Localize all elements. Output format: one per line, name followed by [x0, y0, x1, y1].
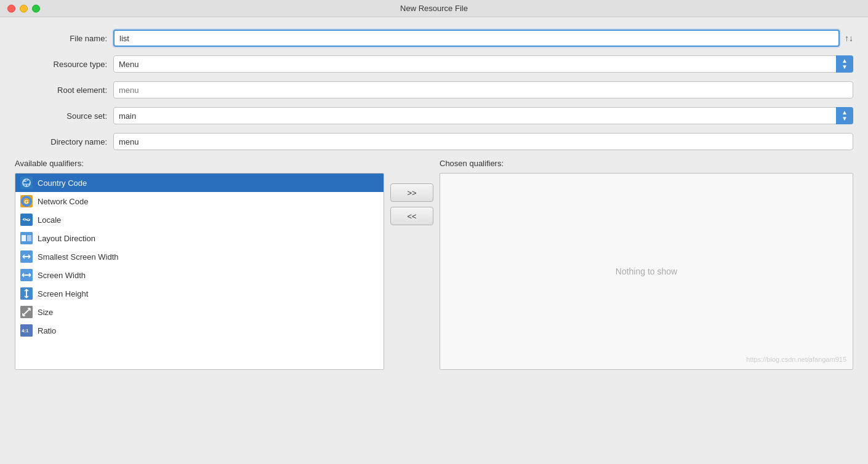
screen-height-label: Screen Height: [38, 289, 88, 298]
ratio-label: Ratio: [38, 326, 56, 335]
screen-width-label: Screen Width: [38, 271, 86, 280]
svg-rect-7: [27, 235, 31, 241]
ratio-icon: 4:1: [20, 324, 33, 337]
chosen-qualifiers-col: Chosen qualifiers: Nothing to show https…: [440, 159, 853, 370]
smallest-screen-width-label: Smallest Screen Width: [38, 252, 119, 262]
transfer-buttons-col: >> <<: [384, 159, 440, 225]
directory-name-label: Directory name:: [15, 137, 113, 146]
qualifier-item-smallest-screen-width[interactable]: Smallest Screen Width: [15, 247, 384, 266]
source-set-row: Source set: main test androidTest ▲▼: [15, 107, 853, 124]
maximize-button[interactable]: [32, 4, 40, 12]
file-name-row: File name: ↑↓: [15, 30, 853, 47]
screen-height-icon: [20, 287, 33, 300]
resource-type-select[interactable]: Menu Layout Values Drawable Mipmap Anim …: [113, 55, 853, 73]
qualifier-item-size[interactable]: Size: [15, 303, 384, 321]
qualifier-item-screen-height[interactable]: Screen Height: [15, 284, 384, 303]
qualifiers-row: Available qualifiers: Country Code G: [15, 159, 853, 370]
source-set-wrap: main test androidTest ▲▼: [113, 107, 853, 124]
available-qualifiers-label: Available qualifiers:: [15, 159, 384, 168]
layout-direction-icon: [20, 232, 33, 244]
file-name-label: File name:: [15, 34, 113, 43]
root-element-input[interactable]: [113, 81, 853, 98]
minimize-button[interactable]: [20, 4, 28, 12]
country-code-icon: [20, 177, 33, 189]
resource-type-wrap: Menu Layout Values Drawable Mipmap Anim …: [113, 55, 853, 73]
directory-name-row: Directory name:: [15, 133, 853, 150]
svg-rect-6: [22, 235, 26, 241]
screen-width-icon: [20, 269, 33, 281]
traffic-lights: [7, 4, 40, 12]
locale-icon: [20, 214, 33, 226]
root-element-label: Root element:: [15, 86, 113, 95]
network-code-label: Network Code: [38, 197, 88, 206]
qualifier-item-locale[interactable]: Locale: [15, 210, 384, 229]
qualifier-item-layout-direction[interactable]: Layout Direction: [15, 229, 384, 247]
size-label: Size: [38, 308, 53, 317]
svg-text:4:1: 4:1: [22, 328, 29, 334]
available-qualifier-list: Country Code G Network Code: [15, 173, 384, 370]
locale-label: Locale: [38, 215, 61, 225]
svg-text:G: G: [24, 199, 28, 205]
network-code-icon: G: [20, 195, 33, 207]
resource-type-row: Resource type: Menu Layout Values Drawab…: [15, 55, 853, 73]
qualifier-item-screen-width[interactable]: Screen Width: [15, 266, 384, 284]
resource-type-label: Resource type:: [15, 60, 113, 69]
layout-direction-label: Layout Direction: [38, 234, 95, 243]
title-bar: New Resource File: [0, 0, 868, 17]
watermark-text: https://blog.csdn.net/afangam915: [746, 356, 846, 363]
dialog-body: File name: ↑↓ Resource type: Menu Layout…: [0, 17, 868, 382]
available-qualifiers-col: Available qualifiers: Country Code G: [15, 159, 384, 370]
source-set-select[interactable]: main test androidTest: [113, 107, 853, 124]
chosen-qualifier-box: Nothing to show https://blog.csdn.net/af…: [440, 173, 853, 370]
qualifier-item-network-code[interactable]: G Network Code: [15, 192, 384, 210]
file-name-wrap: ↑↓: [113, 30, 853, 47]
source-set-label: Source set:: [15, 111, 113, 121]
chosen-qualifiers-label: Chosen qualifiers:: [440, 159, 853, 168]
directory-name-input[interactable]: [113, 133, 853, 150]
smallest-screen-width-icon: [20, 250, 33, 263]
sort-icon[interactable]: ↑↓: [845, 33, 853, 43]
qualifier-item-ratio[interactable]: 4:1 Ratio: [15, 321, 384, 340]
qualifier-item-country-code[interactable]: Country Code: [15, 174, 384, 192]
dialog-title: New Resource File: [400, 4, 468, 13]
root-element-row: Root element:: [15, 81, 853, 98]
add-qualifier-button[interactable]: >>: [390, 183, 433, 202]
close-button[interactable]: [7, 4, 15, 12]
country-code-label: Country Code: [38, 178, 87, 188]
nothing-to-show-text: Nothing to show: [616, 266, 677, 276]
size-icon: [20, 306, 33, 318]
file-name-input[interactable]: [113, 30, 840, 47]
remove-qualifier-button[interactable]: <<: [390, 207, 433, 225]
